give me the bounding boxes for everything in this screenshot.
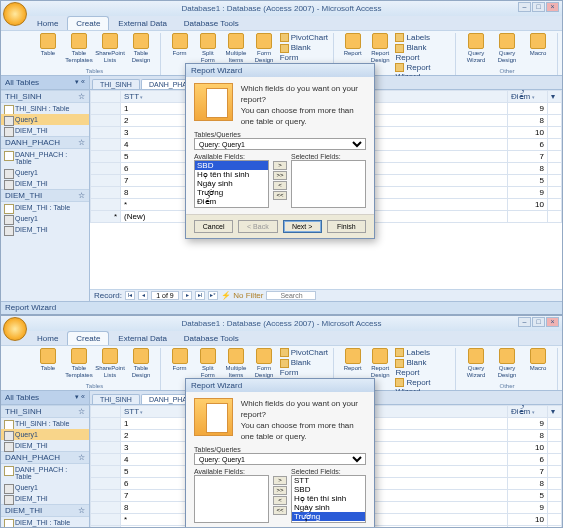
nav-item[interactable]: DIEM_THI xyxy=(1,125,89,136)
ribbon-query-wizard[interactable]: Query Wizard xyxy=(462,348,490,382)
ribbon-table-templates[interactable]: Table Templates xyxy=(65,33,93,67)
wizard-prompt: Which fields do you want on your report?… xyxy=(241,398,366,442)
navigation-pane: All Tables▾ « THI_SINH☆THI_SINH : TableQ… xyxy=(1,391,90,527)
ribbon-sharepoint-lists[interactable]: SharePoint Lists xyxy=(96,348,124,382)
ribbon-query-wizard[interactable]: Query Wizard xyxy=(462,33,490,67)
nav-group-danh_phach[interactable]: DANH_PHACH☆ xyxy=(1,451,89,464)
ribbon-group-other: Other xyxy=(499,382,514,390)
tab-external-data[interactable]: External Data xyxy=(110,332,174,345)
app-title: Database1 : Database (Access 2007) - Mic… xyxy=(181,4,381,13)
ribbon-table-design[interactable]: Table Design xyxy=(127,348,155,382)
wizard-title: Report Wizard xyxy=(186,379,374,392)
ribbon-pivotchart[interactable]: PivotChart xyxy=(280,348,329,357)
remove-field-button[interactable]: < xyxy=(273,181,287,190)
selected-fields-list[interactable] xyxy=(291,160,366,208)
ribbon-macro[interactable]: Macro xyxy=(524,348,552,382)
available-fields-list[interactable]: SBDHọ tên thí sinhNgày sinhTrườngĐiểm xyxy=(194,160,269,208)
maximize-button[interactable]: □ xyxy=(532,2,545,12)
ribbon-table-design[interactable]: Table Design xyxy=(127,33,155,67)
minimize-button[interactable]: – xyxy=(518,2,531,12)
wizard-banner-icon xyxy=(194,83,233,121)
ribbon-sharepoint-lists[interactable]: SharePoint Lists xyxy=(96,33,124,67)
remove-all-button[interactable]: << xyxy=(273,506,287,515)
nav-group-thi_sinh[interactable]: THI_SINH☆ xyxy=(1,405,89,418)
nav-item[interactable]: DIEM_THI xyxy=(1,493,89,504)
tab-database-tools[interactable]: Database Tools xyxy=(176,332,247,345)
back-button[interactable]: < Back xyxy=(238,220,277,233)
ribbon-pivotchart[interactable]: PivotChart xyxy=(280,33,329,42)
ribbon-table[interactable]: Table xyxy=(34,33,62,67)
titlebar: Database1 : Database (Access 2007) - Mic… xyxy=(1,316,562,331)
close-button[interactable]: × xyxy=(546,317,559,327)
nav-group-diem_thi[interactable]: DIEM_THI☆ xyxy=(1,189,89,202)
ribbon-query-design[interactable]: Query Design xyxy=(493,348,521,382)
tab-home[interactable]: Home xyxy=(29,332,66,345)
object-tab-thi_sinh[interactable]: THI_SINH xyxy=(92,394,140,404)
nav-item[interactable]: DIEM_THI : Table xyxy=(1,517,89,528)
tab-create[interactable]: Create xyxy=(67,331,109,345)
ribbon-labels[interactable]: Labels xyxy=(395,348,450,357)
tables-queries-label: Tables/Queries xyxy=(194,131,366,138)
record-position[interactable] xyxy=(151,291,179,300)
ribbon-blank-form[interactable]: Blank Form xyxy=(280,358,329,376)
tables-queries-select[interactable]: Query: Query1 xyxy=(194,453,366,465)
office-orb[interactable] xyxy=(3,2,27,26)
tab-external-data[interactable]: External Data xyxy=(110,17,174,30)
tab-home[interactable]: Home xyxy=(29,17,66,30)
minimize-button[interactable]: – xyxy=(518,317,531,327)
nav-group-thi_sinh[interactable]: THI_SINH☆ xyxy=(1,90,89,103)
ribbon-macro[interactable]: Macro xyxy=(524,33,552,67)
next-button[interactable]: Next > xyxy=(283,220,322,233)
add-all-button[interactable]: >> xyxy=(273,486,287,495)
nav-group-diem_thi[interactable]: DIEM_THI☆ xyxy=(1,504,89,517)
first-record[interactable]: I◂ xyxy=(125,291,135,300)
new-record[interactable]: ▸* xyxy=(208,291,218,300)
tables-queries-select[interactable]: Query: Query1 xyxy=(194,138,366,150)
ribbon-blank-report[interactable]: Blank Report xyxy=(395,358,450,376)
ribbon-blank-report[interactable]: Blank Report xyxy=(395,43,450,61)
nav-item[interactable]: DANH_PHACH : Table xyxy=(1,149,89,167)
ribbon-table-templates[interactable]: Table Templates xyxy=(65,348,93,382)
nav-group-danh_phach[interactable]: DANH_PHACH☆ xyxy=(1,136,89,149)
nav-item[interactable]: THI_SINH : Table xyxy=(1,103,89,114)
selected-fields-label: Selected Fields: xyxy=(291,468,366,475)
last-record[interactable]: ▸I xyxy=(195,291,205,300)
nav-item[interactable]: DIEM_THI xyxy=(1,178,89,189)
maximize-button[interactable]: □ xyxy=(532,317,545,327)
selected-fields-list[interactable]: STTSBDHọ tên thí sinhNgày sinhTrườngĐiểm xyxy=(291,475,366,523)
object-tab-thi_sinh[interactable]: THI_SINH xyxy=(92,79,140,89)
nav-item[interactable]: Query1 xyxy=(1,429,89,440)
nav-item[interactable]: DIEM_THI xyxy=(1,224,89,235)
finish-button[interactable]: Finish xyxy=(327,220,366,233)
nav-item[interactable]: Query1 xyxy=(1,482,89,493)
report-wizard-dialog: Report Wizard Which fields do you want o… xyxy=(185,378,375,528)
nav-item[interactable]: THI_SINH : Table xyxy=(1,418,89,429)
prev-record[interactable]: ◂ xyxy=(138,291,148,300)
search-box[interactable] xyxy=(266,291,316,300)
add-field-button[interactable]: > xyxy=(273,476,287,485)
ribbon-query-design[interactable]: Query Design xyxy=(493,33,521,67)
nav-header[interactable]: All Tables▾ « xyxy=(1,76,89,90)
close-button[interactable]: × xyxy=(546,2,559,12)
add-all-button[interactable]: >> xyxy=(273,171,287,180)
nav-item[interactable]: DIEM_THI : Table xyxy=(1,202,89,213)
cancel-button[interactable]: Cancel xyxy=(194,220,233,233)
ribbon-blank-form[interactable]: Blank Form xyxy=(280,43,329,61)
office-orb[interactable] xyxy=(3,317,27,341)
next-record[interactable]: ▸ xyxy=(182,291,192,300)
ribbon-group-tables: Tables xyxy=(86,382,103,390)
remove-field-button[interactable]: < xyxy=(273,496,287,505)
ribbon-table[interactable]: Table xyxy=(34,348,62,382)
nav-item[interactable]: DIEM_THI xyxy=(1,440,89,451)
nav-item[interactable]: Query1 xyxy=(1,213,89,224)
nav-item[interactable]: Query1 xyxy=(1,114,89,125)
ribbon-labels[interactable]: Labels xyxy=(395,33,450,42)
nav-item[interactable]: DANH_PHACH : Table xyxy=(1,464,89,482)
tab-create[interactable]: Create xyxy=(67,16,109,30)
add-field-button[interactable]: > xyxy=(273,161,287,170)
nav-item[interactable]: Query1 xyxy=(1,167,89,178)
nav-header[interactable]: All Tables▾ « xyxy=(1,391,89,405)
available-fields-list[interactable] xyxy=(194,475,269,523)
remove-all-button[interactable]: << xyxy=(273,191,287,200)
tab-database-tools[interactable]: Database Tools xyxy=(176,17,247,30)
